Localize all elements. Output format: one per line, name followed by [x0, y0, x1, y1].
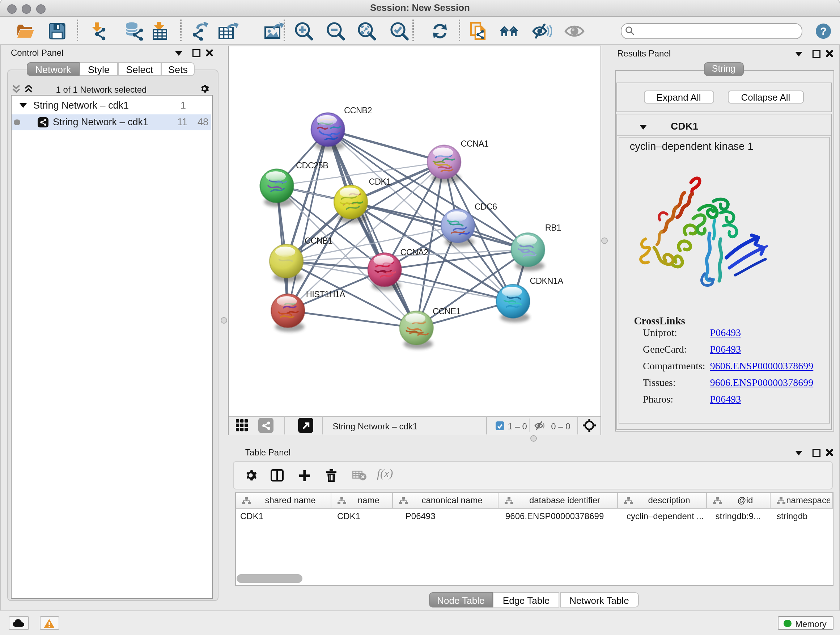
svg-text:CCNB2: CCNB2: [344, 106, 371, 115]
svg-text:CCNA1: CCNA1: [460, 139, 488, 149]
svg-text:CCNA2: CCNA2: [400, 248, 428, 257]
svg-text:CCNB1: CCNB1: [304, 236, 332, 245]
svg-text:?: ?: [820, 25, 827, 36]
svg-text:CDC6: CDC6: [474, 202, 497, 211]
svg-text:RB1: RB1: [545, 223, 561, 233]
svg-text:CDKN1A: CDKN1A: [530, 276, 563, 286]
svg-text:HIST1H1A: HIST1H1A: [306, 290, 345, 299]
svg-text:CDC25B: CDC25B: [295, 161, 328, 170]
svg-text:CCNE1: CCNE1: [432, 307, 460, 316]
svg-text:CDK1: CDK1: [369, 177, 391, 187]
